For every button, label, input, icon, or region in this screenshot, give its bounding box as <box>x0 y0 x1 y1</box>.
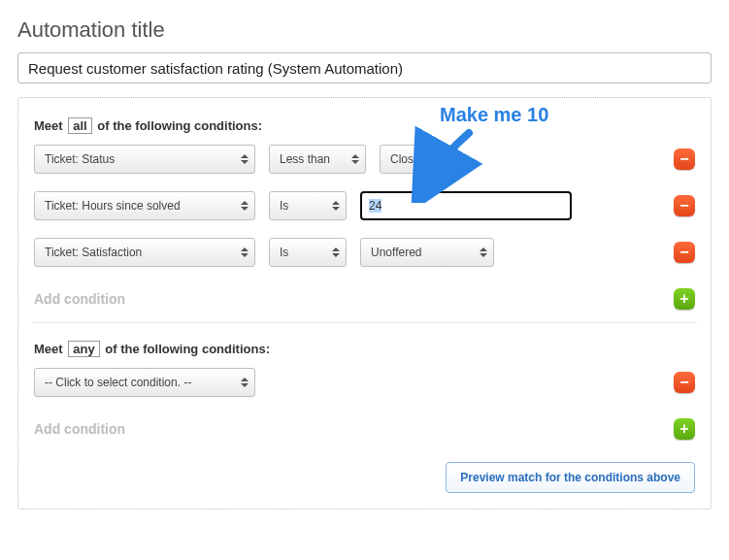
updown-caret-icon <box>332 201 340 211</box>
select-value: -- Click to select condition. -- <box>45 376 191 389</box>
condition-field-select[interactable]: Ticket: Status <box>34 145 255 174</box>
select-value: Less than <box>280 152 330 166</box>
add-condition-button[interactable]: + <box>674 288 695 310</box>
meet-all-prefix: Meet <box>34 118 63 133</box>
automation-title-input[interactable] <box>17 52 712 83</box>
condition-field-select[interactable]: -- Click to select condition. -- <box>34 368 255 397</box>
add-condition-label: Add condition <box>34 421 125 437</box>
select-value: Closed <box>390 152 426 166</box>
condition-row: Ticket: Hours since solved Is − <box>34 190 695 221</box>
conditions-panel: Meet all of the following conditions: Ti… <box>17 97 712 510</box>
add-condition-button[interactable]: + <box>674 418 695 440</box>
remove-condition-button[interactable]: − <box>674 242 695 263</box>
remove-condition-button[interactable]: − <box>674 372 695 393</box>
add-condition-row: Add condition + <box>34 283 695 314</box>
condition-value-select[interactable]: Closed <box>380 145 453 174</box>
remove-condition-button[interactable]: − <box>674 195 695 216</box>
condition-field-select[interactable]: Ticket: Hours since solved <box>34 191 255 220</box>
condition-row: Ticket: Satisfaction Is Unoffered − <box>34 237 695 268</box>
condition-row: -- Click to select condition. -- − <box>34 367 695 398</box>
select-value: Ticket: Satisfaction <box>45 246 142 259</box>
updown-caret-icon <box>241 378 249 387</box>
select-value: Unoffered <box>371 246 421 259</box>
updown-caret-icon <box>241 154 249 164</box>
section-divider <box>32 322 697 323</box>
add-condition-row: Add condition + <box>34 413 695 445</box>
meet-any-prefix: Meet <box>34 342 63 356</box>
select-value: Is <box>280 199 288 213</box>
preview-button[interactable]: Preview match for the conditions above <box>446 462 695 493</box>
page-title: Automation title <box>17 17 712 43</box>
condition-operator-select[interactable]: Is <box>269 238 347 267</box>
meet-any-mode: any <box>68 341 99 357</box>
remove-condition-button[interactable]: − <box>674 148 695 170</box>
condition-operator-select[interactable]: Is <box>269 191 347 220</box>
meet-all-heading: Meet all of the following conditions: <box>34 117 695 134</box>
updown-caret-icon <box>241 247 249 257</box>
select-value: Ticket: Status <box>45 152 115 166</box>
condition-operator-select[interactable]: Less than <box>269 145 366 174</box>
preview-row: Preview match for the conditions above <box>34 462 695 493</box>
meet-all-mode: all <box>68 117 91 134</box>
updown-caret-icon <box>480 247 487 257</box>
meet-any-suffix: of the following conditions: <box>105 342 270 356</box>
condition-value-input[interactable] <box>360 191 572 220</box>
select-value: Ticket: Hours since solved <box>45 199 181 213</box>
select-value: Is <box>280 246 288 259</box>
updown-caret-icon <box>332 247 340 257</box>
updown-caret-icon <box>351 154 359 164</box>
meet-all-suffix: of the following conditions: <box>97 118 262 133</box>
updown-caret-icon <box>439 154 447 164</box>
add-condition-label: Add condition <box>34 291 125 307</box>
condition-field-select[interactable]: Ticket: Satisfaction <box>34 238 255 267</box>
condition-row: Ticket: Status Less than Closed − <box>34 144 695 175</box>
meet-any-heading: Meet any of the following conditions: <box>34 341 695 357</box>
condition-value-select[interactable]: Unoffered <box>360 238 494 267</box>
updown-caret-icon <box>241 201 249 211</box>
